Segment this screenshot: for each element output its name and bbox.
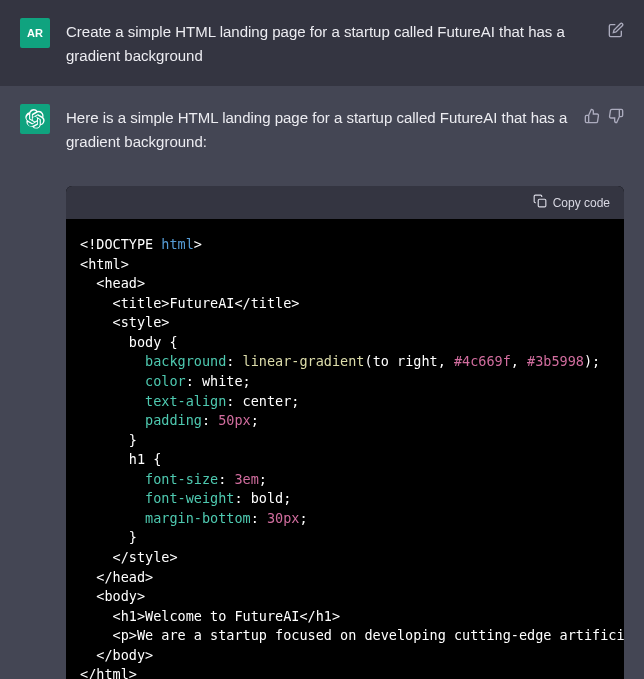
assistant-message-row: Here is a simple HTML landing page for a… [0, 86, 644, 679]
clipboard-icon [533, 194, 547, 211]
user-message-text: Create a simple HTML landing page for a … [66, 18, 592, 68]
assistant-avatar [20, 104, 50, 134]
code-block: Copy code <!DOCTYPE html> <html> <head> … [66, 186, 624, 679]
thumbs-up-icon[interactable] [584, 108, 600, 124]
code-content[interactable]: <!DOCTYPE html> <html> <head> <title>Fut… [66, 219, 624, 679]
svg-rect-0 [538, 199, 546, 207]
copy-code-label: Copy code [553, 196, 610, 210]
copy-code-button[interactable]: Copy code [533, 194, 610, 211]
assistant-message-actions [584, 104, 624, 124]
user-avatar: AR [20, 18, 50, 48]
assistant-header: Here is a simple HTML landing page for a… [20, 104, 624, 154]
user-message-row: AR Create a simple HTML landing page for… [0, 0, 644, 86]
thumbs-down-icon[interactable] [608, 108, 624, 124]
user-message-actions [608, 18, 624, 38]
assistant-message-text: Here is a simple HTML landing page for a… [66, 104, 568, 154]
code-header: Copy code [66, 186, 624, 219]
edit-icon[interactable] [608, 22, 624, 38]
